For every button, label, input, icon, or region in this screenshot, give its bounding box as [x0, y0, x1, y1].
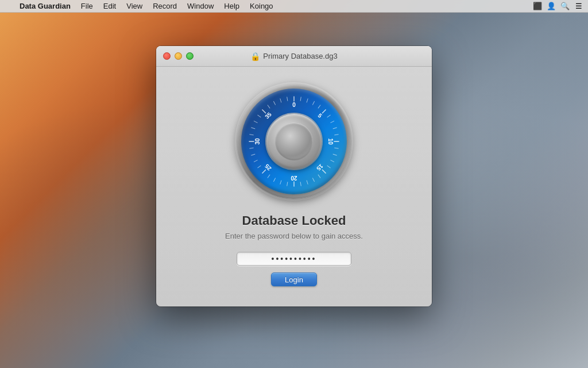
window-title: 🔒 Primary Database.dg3	[250, 52, 337, 61]
svg-line-33	[254, 121, 258, 122]
svg-line-22	[280, 181, 281, 185]
monitor-icon[interactable]: ⬛	[533, 2, 542, 11]
svg-line-18	[307, 181, 308, 185]
svg-line-28	[251, 154, 255, 155]
menubar-left: Data Guardian File Edit View Record Wind…	[5, 1, 533, 11]
minimize-button[interactable]	[175, 52, 182, 60]
svg-text:0: 0	[292, 102, 296, 108]
svg-line-25	[262, 170, 265, 173]
close-button[interactable]	[163, 52, 171, 60]
svg-line-23	[273, 178, 275, 182]
svg-line-15	[322, 170, 326, 173]
svg-line-21	[287, 182, 288, 186]
lock-center-knob	[266, 114, 322, 169]
locked-subtitle: Enter the password below to gain access.	[225, 232, 363, 240]
menubar-window[interactable]: Window	[183, 1, 218, 11]
svg-line-32	[251, 128, 255, 129]
svg-line-4	[318, 105, 320, 108]
svg-line-38	[280, 98, 281, 102]
locked-title: Database Locked	[242, 213, 346, 228]
svg-line-34	[257, 115, 261, 117]
svg-line-24	[268, 175, 270, 178]
svg-text:5: 5	[316, 112, 323, 119]
svg-line-7	[330, 121, 334, 122]
menubar: Data Guardian File Edit View Record Wind…	[0, 0, 588, 13]
menubar-edit[interactable]: Edit	[99, 1, 121, 11]
svg-line-39	[287, 97, 288, 101]
menubar-file[interactable]: File	[76, 1, 98, 11]
menubar-help[interactable]: Help	[219, 1, 244, 11]
menubar-koingo[interactable]: Koingo	[245, 1, 277, 11]
window-title-icon: 🔒	[250, 52, 260, 61]
svg-line-5	[322, 109, 326, 113]
password-input[interactable]	[237, 252, 351, 266]
svg-text:20: 20	[291, 175, 297, 181]
window-controls	[163, 52, 194, 60]
svg-line-35	[262, 109, 265, 113]
list-icon[interactable]: ☰	[574, 2, 583, 11]
svg-text:30: 30	[254, 138, 261, 145]
svg-line-29	[249, 148, 253, 148]
svg-line-16	[318, 175, 320, 178]
login-button[interactable]: Login	[271, 273, 317, 286]
svg-line-31	[249, 135, 253, 135]
svg-line-8	[333, 128, 337, 129]
svg-line-9	[334, 135, 338, 135]
svg-line-6	[327, 115, 331, 117]
maximize-button[interactable]	[186, 52, 194, 60]
svg-line-13	[330, 160, 334, 162]
window-titlebar: 🔒 Primary Database.dg3	[156, 46, 432, 67]
lock-center-inner	[275, 122, 313, 160]
svg-line-12	[333, 154, 337, 155]
svg-line-2	[307, 98, 308, 102]
svg-text:10: 10	[327, 138, 334, 145]
apple-menu[interactable]	[5, 6, 11, 7]
main-window: 🔒 Primary Database.dg3	[156, 46, 432, 306]
svg-line-14	[327, 166, 331, 168]
menubar-right: ⬛ 👤 🔍 ☰	[533, 2, 583, 11]
window-content: 0 5 10 15 20 25 30 35 Database Locked En…	[156, 67, 432, 306]
window-title-text: Primary Database.dg3	[263, 52, 337, 60]
svg-line-37	[273, 101, 275, 105]
svg-line-36	[268, 105, 270, 108]
svg-line-26	[257, 166, 261, 168]
menubar-view[interactable]: View	[122, 1, 147, 11]
svg-line-11	[334, 148, 338, 148]
lock-dial-container: 0 5 10 15 20 25 30 35	[237, 84, 351, 199]
search-icon[interactable]: 🔍	[560, 2, 570, 11]
svg-line-19	[300, 182, 301, 186]
svg-line-1	[300, 97, 301, 101]
svg-line-3	[312, 101, 314, 105]
user-icon[interactable]: 👤	[547, 2, 556, 11]
menubar-app-name[interactable]: Data Guardian	[15, 1, 75, 11]
svg-line-27	[254, 160, 258, 162]
menubar-record[interactable]: Record	[148, 1, 181, 11]
svg-line-17	[312, 178, 314, 182]
